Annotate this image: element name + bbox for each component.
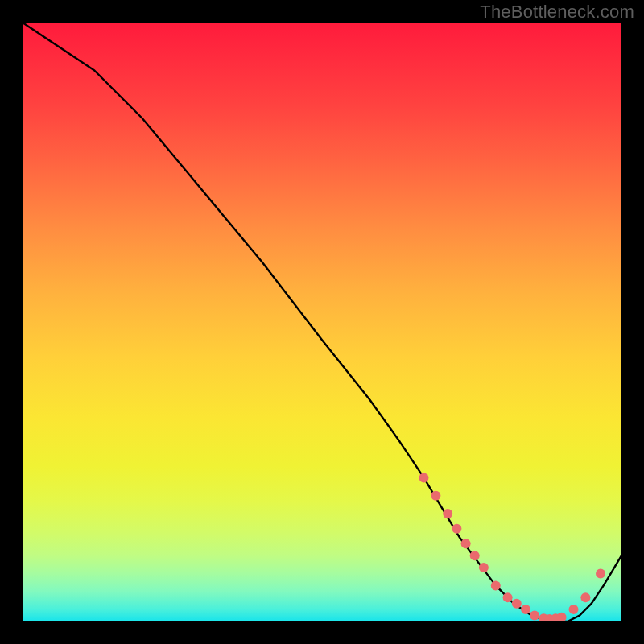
marker-group xyxy=(419,473,606,621)
highlight-marker xyxy=(461,539,471,548)
highlight-marker xyxy=(479,563,489,572)
highlight-marker xyxy=(503,592,513,602)
highlight-marker xyxy=(470,551,480,560)
watermark-label: TheBottleneck.com xyxy=(480,2,634,23)
chart-frame: TheBottleneck.com xyxy=(0,0,644,644)
highlight-marker xyxy=(452,524,461,534)
highlight-marker xyxy=(569,605,579,614)
highlight-marker xyxy=(443,509,452,518)
bottleneck-curve xyxy=(23,23,621,621)
highlight-marker xyxy=(580,592,590,602)
highlight-marker xyxy=(431,491,440,501)
highlight-marker xyxy=(491,580,501,590)
highlight-marker xyxy=(530,611,539,621)
plot-area xyxy=(23,23,621,621)
highlight-marker xyxy=(557,613,567,621)
highlight-marker xyxy=(521,605,530,614)
highlight-marker xyxy=(419,473,429,482)
highlight-marker xyxy=(596,569,605,579)
highlight-marker xyxy=(512,599,522,609)
curve-layer xyxy=(23,23,621,621)
